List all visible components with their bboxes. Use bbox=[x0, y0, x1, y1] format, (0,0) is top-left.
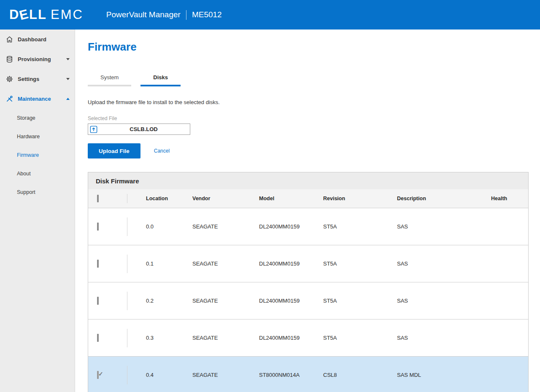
column-divider bbox=[127, 366, 127, 384]
cell-description: SAS bbox=[397, 298, 491, 304]
panel-title: Disk Firmware bbox=[88, 172, 528, 189]
sidebar-item-label: Dashboard bbox=[18, 36, 46, 43]
file-select-field[interactable]: CSLB.LOD bbox=[88, 124, 190, 135]
sidebar-subitem-hardware[interactable]: Hardware bbox=[0, 127, 75, 146]
cell-model: ST8000NM014A bbox=[259, 372, 323, 378]
top-bar: D E LL EMC PowerVault Manager ME5012 bbox=[0, 0, 540, 30]
sidebar-item-dashboard[interactable]: Dashboard bbox=[0, 30, 75, 49]
column-divider bbox=[127, 329, 127, 347]
cell-description: SAS bbox=[397, 335, 491, 341]
sidebar-item-maintenance[interactable]: Maintenance bbox=[0, 89, 75, 109]
cell-vendor: SEAGATE bbox=[192, 260, 259, 267]
cancel-link[interactable]: Cancel bbox=[154, 148, 170, 154]
main-content: Firmware System Disks Upload the firmwar… bbox=[75, 30, 540, 392]
cell-location: 0.3 bbox=[127, 335, 192, 341]
column-divider bbox=[127, 194, 127, 203]
tab-bar: System Disks bbox=[88, 70, 540, 86]
selected-file-label: Selected File bbox=[88, 115, 540, 121]
cell-location: 0.1 bbox=[127, 260, 192, 267]
chevron-down-icon bbox=[66, 78, 70, 80]
chevron-down-icon bbox=[66, 58, 70, 60]
logo-emc: EMC bbox=[51, 7, 84, 22]
column-header-health: Health bbox=[491, 196, 528, 201]
row-checkbox[interactable] bbox=[97, 334, 99, 342]
table-row[interactable]: 0.2 SEAGATE DL2400MM0159 ST5A SAS bbox=[88, 282, 528, 319]
tab-label: Disks bbox=[153, 74, 168, 81]
cell-vendor: SEAGATE bbox=[192, 298, 259, 304]
selected-file-name: CSLB.LOD bbox=[97, 126, 190, 132]
sidebar-subitem-label: Hardware bbox=[17, 134, 40, 140]
cell-revision: ST5A bbox=[323, 260, 397, 267]
upload-actions: Upload File Cancel bbox=[88, 143, 540, 158]
page-title: Firmware bbox=[88, 40, 540, 54]
sidebar-subitem-label: Firmware bbox=[17, 152, 39, 158]
title-divider bbox=[186, 10, 186, 20]
dell-emc-logo: D E LL EMC bbox=[9, 7, 84, 22]
row-checkbox[interactable] bbox=[97, 223, 99, 231]
header-checkbox-cell bbox=[88, 196, 127, 201]
home-icon bbox=[6, 36, 13, 43]
system-model: ME5012 bbox=[192, 10, 222, 19]
column-divider bbox=[127, 255, 127, 273]
cell-model: DL2400MM0159 bbox=[259, 260, 323, 267]
sidebar-item-label: Maintenance bbox=[18, 96, 51, 102]
cell-vendor: SEAGATE bbox=[192, 335, 259, 341]
cell-vendor: SEAGATE bbox=[192, 372, 259, 378]
sidebar-subitem-about[interactable]: About bbox=[0, 164, 75, 183]
sidebar-subitem-storage[interactable]: Storage bbox=[0, 109, 75, 127]
cell-location: 0.0 bbox=[127, 223, 192, 230]
column-divider bbox=[127, 217, 127, 236]
sidebar-item-label: Settings bbox=[18, 76, 39, 82]
row-checkbox[interactable] bbox=[97, 371, 99, 379]
tab-label: System bbox=[100, 74, 119, 81]
cell-vendor: SEAGATE bbox=[192, 223, 259, 230]
tools-icon bbox=[6, 95, 13, 102]
cell-location: 0.4 bbox=[127, 372, 192, 378]
table-row[interactable]: 0.3 SEAGATE DL2400MM0159 ST5A SAS bbox=[88, 319, 528, 356]
upload-file-button[interactable]: Upload File bbox=[88, 143, 140, 158]
tab-disks[interactable]: Disks bbox=[140, 70, 181, 86]
logo-letters-ll: LL bbox=[29, 7, 47, 22]
column-header-location: Location bbox=[127, 196, 192, 201]
sidebar: Dashboard Provisioning Settin bbox=[0, 30, 75, 392]
table-row[interactable]: 0.1 SEAGATE DL2400MM0159 ST5A SAS bbox=[88, 245, 528, 282]
column-header-vendor: Vendor bbox=[192, 196, 259, 201]
cell-revision: ST5A bbox=[323, 223, 397, 230]
cell-model: DL2400MM0159 bbox=[259, 223, 323, 230]
chevron-up-icon bbox=[66, 98, 70, 100]
sidebar-subitem-label: Storage bbox=[17, 115, 35, 121]
gear-icon bbox=[6, 75, 13, 83]
app-title: PowerVault Manager ME5012 bbox=[106, 10, 222, 20]
sidebar-item-provisioning[interactable]: Provisioning bbox=[0, 49, 75, 69]
row-checkbox[interactable] bbox=[97, 260, 99, 268]
cell-revision: ST5A bbox=[323, 335, 397, 341]
database-icon bbox=[6, 56, 13, 63]
upload-instruction: Upload the firmware file to install to t… bbox=[88, 99, 540, 105]
cell-location: 0.2 bbox=[127, 298, 192, 304]
app-title-text: PowerVault Manager bbox=[106, 10, 181, 19]
table-row[interactable]: 0.0 SEAGATE DL2400MM0159 ST5A SAS bbox=[88, 208, 528, 245]
sidebar-subitem-label: About bbox=[17, 171, 31, 177]
cell-model: DL2400MM0159 bbox=[259, 335, 323, 341]
sidebar-item-label: Provisioning bbox=[18, 56, 51, 62]
cell-revision: CSL8 bbox=[323, 372, 397, 378]
row-checkbox[interactable] bbox=[97, 297, 99, 305]
disk-firmware-panel: Disk Firmware Location Vendor Model Revi… bbox=[88, 172, 529, 392]
select-all-checkbox[interactable] bbox=[97, 195, 99, 202]
table-header-row: Location Vendor Model Revision Descripti… bbox=[88, 189, 528, 208]
cell-model: DL2400MM0159 bbox=[259, 298, 323, 304]
tab-system[interactable]: System bbox=[88, 70, 131, 86]
cell-revision: ST5A bbox=[323, 298, 397, 304]
column-header-description: Description bbox=[397, 196, 491, 201]
cell-description: SAS bbox=[397, 223, 491, 230]
column-divider bbox=[127, 292, 127, 310]
cell-description: SAS bbox=[397, 260, 491, 267]
column-header-revision: Revision bbox=[323, 196, 397, 201]
upload-icon bbox=[90, 126, 97, 133]
sidebar-item-settings[interactable]: Settings bbox=[0, 69, 75, 89]
sidebar-subitem-label: Support bbox=[17, 189, 35, 195]
sidebar-subitem-firmware[interactable]: Firmware bbox=[0, 146, 75, 164]
column-header-model: Model bbox=[259, 196, 323, 201]
sidebar-subitem-support[interactable]: Support bbox=[0, 183, 75, 201]
table-row[interactable]: 0.4 SEAGATE ST8000NM014A CSL8 SAS MDL bbox=[88, 356, 528, 392]
